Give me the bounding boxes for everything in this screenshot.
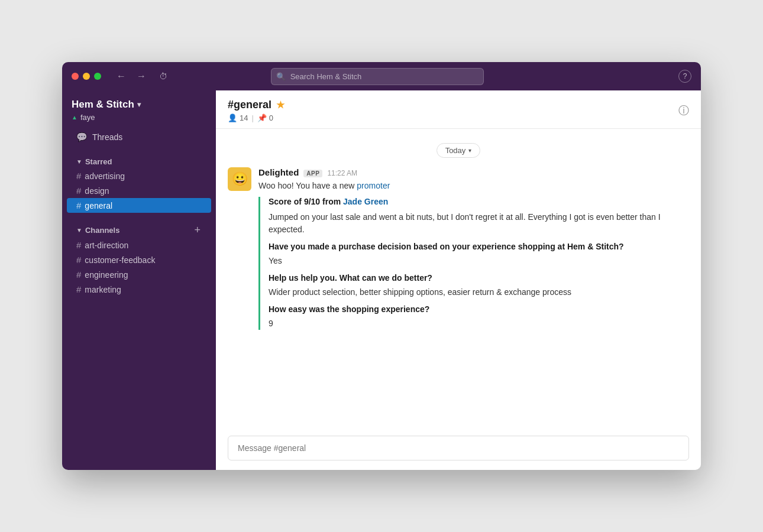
maximize-button[interactable]	[94, 73, 101, 80]
close-button[interactable]	[72, 73, 79, 80]
avatar: 😀	[228, 167, 251, 191]
channels-triangle: ▼	[76, 227, 82, 233]
workspace-header: Hem & Stitch ▾ ▲ faye	[62, 90, 216, 125]
promoter-link[interactable]: promoter	[357, 181, 390, 190]
channel-star-icon[interactable]: ★	[276, 99, 284, 111]
channel-name-design: design	[85, 186, 109, 196]
search-input[interactable]	[271, 68, 484, 85]
sidebar-item-advertising[interactable]: # advertising	[67, 168, 211, 183]
card-answer-2: Wider product selection, better shipping…	[269, 286, 689, 299]
members-count: 14	[240, 113, 248, 122]
back-button[interactable]: ←	[113, 70, 130, 83]
hash-icon: #	[76, 270, 81, 280]
message-card: Score of 9/10 from Jade Green Jumped on …	[258, 197, 689, 330]
channel-header-left: #general ★ 👤 14 | 📌 0	[228, 99, 284, 122]
card-answer-1: Yes	[269, 255, 689, 267]
search-bar: 🔍	[271, 68, 484, 85]
starred-header-left: ▼ Starred	[76, 157, 112, 166]
message-input-area	[216, 429, 701, 470]
sender-name: Delighted	[258, 167, 299, 177]
channels-header-left: ▼ Channels	[76, 226, 119, 235]
sidebar-item-threads[interactable]: 💬 Threads	[67, 129, 211, 145]
card-question-3: How easy was the shopping experience?	[269, 304, 689, 314]
threads-label: Threads	[92, 132, 122, 142]
pins-icon: 📌	[257, 113, 267, 122]
sidebar-item-general[interactable]: # general	[67, 198, 211, 213]
minimize-button[interactable]	[83, 73, 90, 80]
message-input[interactable]	[228, 436, 689, 460]
workspace-name[interactable]: Hem & Stitch ▾	[72, 99, 206, 111]
meta-separator: |	[251, 113, 253, 122]
card-body-text: Jumped on your last sale and went a bit …	[269, 211, 689, 236]
sidebar-item-marketing[interactable]: # marketing	[67, 282, 211, 297]
status-dot-icon: ▲	[72, 114, 77, 121]
channel-name-heading: #general	[228, 99, 271, 111]
forward-button[interactable]: →	[133, 70, 150, 83]
threads-icon: 💬	[76, 132, 88, 142]
card-question-2: Help us help you. What can we do better?	[269, 273, 689, 283]
message-row: 😀 Delighted APP 11:22 AM Woo hoo! You ha…	[228, 167, 689, 336]
message-text: Woo hoo! You have a new promoter	[258, 180, 689, 192]
message-timestamp: 11:22 AM	[327, 169, 357, 177]
pins-meta: 📌 0	[257, 113, 273, 122]
starred-header-label: Starred	[85, 157, 112, 166]
channel-name-marketing: marketing	[85, 285, 121, 294]
date-label: Today	[445, 146, 466, 155]
date-chevron-icon: ▾	[468, 147, 471, 154]
starred-header[interactable]: ▼ Starred	[67, 153, 211, 168]
card-score: Score of 9/10 from Jade Green	[269, 197, 689, 206]
card-question-1: Have you made a purchase decision based …	[269, 242, 689, 251]
channel-info-button[interactable]: ⓘ	[678, 103, 689, 118]
channel-name-customer-feedback: customer-feedback	[85, 255, 155, 265]
history-button[interactable]: ⏱	[157, 69, 170, 83]
hash-icon: #	[76, 255, 81, 265]
sidebar-item-engineering[interactable]: # engineering	[67, 267, 211, 282]
date-divider: Today ▾	[228, 143, 689, 158]
channel-header: #general ★ 👤 14 | 📌 0	[216, 90, 701, 129]
starred-section: ▼ Starred # advertising # design # gener…	[62, 149, 216, 216]
hash-icon: #	[76, 171, 81, 181]
hash-icon: #	[76, 200, 81, 210]
add-channel-button[interactable]: +	[193, 225, 202, 235]
channel-name-engineering: engineering	[85, 270, 128, 280]
sidebar-item-design[interactable]: # design	[67, 183, 211, 198]
pins-count: 0	[269, 113, 273, 122]
hash-icon: #	[76, 186, 81, 196]
hash-icon: #	[76, 240, 81, 250]
traffic-lights	[72, 73, 101, 80]
channels-header-label: Channels	[85, 226, 120, 235]
members-meta: 👤 14	[228, 113, 248, 122]
nav-buttons: ← →	[113, 70, 150, 83]
username-label: faye	[80, 113, 95, 122]
message-body: Delighted APP 11:22 AM Woo hoo! You have…	[258, 167, 689, 336]
workspace-name-text: Hem & Stitch	[72, 99, 134, 111]
channel-meta: 👤 14 | 📌 0	[228, 113, 284, 122]
titlebar: ← → ⏱ 🔍 ?	[62, 62, 701, 90]
hash-icon: #	[76, 284, 81, 294]
channel-title: #general ★	[228, 99, 284, 111]
starred-triangle: ▼	[76, 158, 82, 165]
date-pill[interactable]: Today ▾	[437, 143, 481, 158]
jade-green-link[interactable]: Jade Green	[343, 197, 388, 206]
score-label: Score of 9/10 from	[269, 197, 343, 206]
app-window: ← → ⏱ 🔍 ? Hem & Stitch ▾ ▲ faye	[62, 62, 701, 470]
message-header: Delighted APP 11:22 AM	[258, 167, 689, 177]
search-icon: 🔍	[276, 72, 286, 81]
app-badge: APP	[303, 170, 322, 177]
channels-section: ▼ Channels + # art-direction # customer-…	[62, 216, 216, 300]
main-area: Hem & Stitch ▾ ▲ faye 💬 Threads	[62, 90, 701, 470]
user-status: ▲ faye	[72, 113, 206, 122]
members-icon: 👤	[228, 113, 237, 122]
sidebar: Hem & Stitch ▾ ▲ faye 💬 Threads	[62, 90, 216, 470]
channel-name-advertising: advertising	[85, 171, 125, 181]
sidebar-item-customer-feedback[interactable]: # customer-feedback	[67, 252, 211, 267]
channel-name-general: general	[85, 201, 112, 210]
channel-name-art-direction: art-direction	[85, 241, 128, 250]
message-text-before-link: Woo hoo! You have a new	[258, 181, 357, 190]
channels-header[interactable]: ▼ Channels +	[67, 220, 211, 238]
content-area: #general ★ 👤 14 | 📌 0	[216, 90, 701, 470]
sidebar-item-art-direction[interactable]: # art-direction	[67, 238, 211, 252]
workspace-chevron: ▾	[137, 100, 141, 109]
help-button[interactable]: ?	[678, 70, 691, 83]
card-answer-3: 9	[269, 317, 689, 330]
